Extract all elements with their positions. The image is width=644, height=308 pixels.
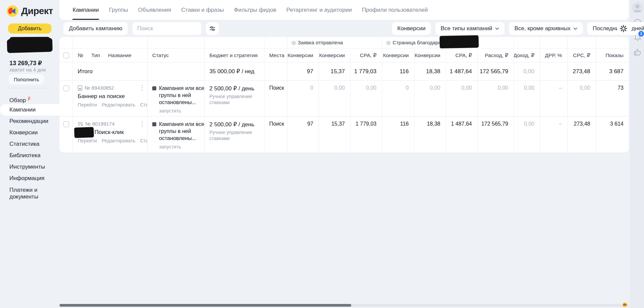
col-drr: ДРР, % bbox=[540, 48, 568, 62]
col-cpa-2: CPA, ₽ bbox=[446, 48, 478, 62]
col-cost: Расход, ₽ bbox=[478, 48, 514, 62]
tab-gruppy[interactable]: Группы bbox=[104, 0, 133, 20]
select-all-checkbox[interactable] bbox=[63, 52, 69, 58]
totals-row: Итого 35 000,00 ₽ / нед 97 15,37 1 779,0… bbox=[59, 62, 629, 81]
sidebar-item-obzor[interactable]: Обзорβ bbox=[0, 93, 67, 104]
horizontal-scrollbar-thumb[interactable] bbox=[59, 304, 351, 307]
sidebar-item-platezhi[interactable]: Платежи и документы bbox=[0, 184, 50, 202]
search-input[interactable] bbox=[132, 22, 201, 35]
places-cell: Поиск bbox=[265, 117, 287, 152]
stopped-status-icon bbox=[152, 86, 156, 90]
status-text: Кампания или все группы в ней остановлен… bbox=[159, 85, 204, 106]
tab-label: Кампании bbox=[73, 7, 99, 13]
sidebar-menu: Обзорβ Кампании Рекомендации Конверсии С… bbox=[0, 93, 67, 202]
totals-budget: 35 000,00 ₽ / нед bbox=[205, 62, 265, 80]
sidebar-item-label: Кампании bbox=[9, 106, 36, 113]
stats-link[interactable]: Статистика bbox=[140, 102, 147, 107]
tab-profili[interactable]: Профили пользователей bbox=[357, 0, 433, 20]
redaction-overlay-account-name bbox=[7, 38, 52, 53]
balance-note: хватит на 4 дня bbox=[9, 67, 46, 73]
app-logo[interactable]: Директ bbox=[7, 5, 53, 17]
cpa1-cell: 1 779,03 bbox=[351, 117, 382, 152]
edit-link[interactable]: Редактировать bbox=[102, 102, 135, 107]
campaign-row-89430852: № 89430852 Баннер на поиске Перейти Реда… bbox=[59, 81, 629, 117]
campaign-type-dropdown[interactable]: Все типы кампаний bbox=[435, 22, 505, 35]
date-range-dropdown[interactable]: Последние 90 дней bbox=[587, 22, 644, 35]
dropdown-value: Все, кроме архивных bbox=[514, 25, 570, 32]
campaign-name-link[interactable]: Баннер на поиске bbox=[78, 93, 147, 100]
tab-label: Ретаргетинг и аудитории bbox=[286, 7, 352, 13]
status-cell: Кампания или все группы в ней остановлен… bbox=[148, 81, 205, 116]
horizontal-scrollbar-track[interactable] bbox=[59, 304, 629, 307]
stats-link[interactable]: Статистика bbox=[140, 138, 147, 143]
stopped-status-icon bbox=[152, 122, 156, 126]
archive-filter-dropdown[interactable]: Все, кроме архивных bbox=[509, 22, 583, 35]
col-num: № bbox=[78, 52, 83, 58]
start-campaign-link[interactable]: запустить bbox=[159, 144, 204, 149]
go-link[interactable]: Перейти bbox=[78, 138, 97, 143]
sidebar-item-konversii[interactable]: Конверсии bbox=[0, 127, 67, 138]
notification-badge: 1 bbox=[638, 31, 644, 37]
row-menu-kebab-icon[interactable]: ⋮ bbox=[139, 120, 145, 127]
rate2-cell: 18,38 bbox=[414, 117, 446, 152]
cpa2-cell: 0,00 bbox=[446, 81, 478, 116]
sidebar-item-kampanii[interactable]: Кампании bbox=[0, 104, 64, 116]
table-settings-button[interactable] bbox=[617, 22, 630, 35]
tab-stavki-i-frazy[interactable]: Ставки и фразы bbox=[176, 0, 229, 20]
sidebar-item-statistika[interactable]: Статистика bbox=[0, 138, 67, 150]
tab-filtry-fidov[interactable]: Фильтры фидов bbox=[229, 0, 281, 20]
sidebar-item-rekomendacii[interactable]: Рекомендации bbox=[0, 116, 67, 127]
go-link[interactable]: Перейти bbox=[78, 102, 97, 107]
sidebar-item-informaciya[interactable]: Информация bbox=[0, 173, 67, 184]
cpc-cell: 0,00 bbox=[568, 81, 596, 116]
toolbar-right: Конверсии Все типы кампаний Все, кроме а… bbox=[392, 22, 644, 35]
tab-kampanii[interactable]: Кампании bbox=[68, 0, 104, 20]
conv2-cell: 116 bbox=[382, 117, 414, 152]
goal-group-label: Заявка отправлена bbox=[298, 40, 343, 45]
budget-value: 2 500,00 ₽ / день bbox=[209, 121, 264, 128]
row-menu-kebab-icon[interactable]: ⋮ bbox=[139, 84, 145, 91]
edit-link[interactable]: Редактировать bbox=[102, 138, 135, 143]
beta-badge: β bbox=[28, 96, 30, 101]
cpa1-cell: 0,00 bbox=[351, 81, 382, 116]
sidebar-item-label: Платежи и документы bbox=[9, 187, 38, 200]
text-campaign-type-icon bbox=[78, 122, 83, 126]
row-checkbox[interactable] bbox=[63, 121, 69, 127]
campaign-action-links: Перейти Редактировать Статистика bbox=[78, 138, 147, 143]
sidebar-item-instrumenty[interactable]: Инструменты bbox=[0, 161, 67, 173]
col-conversions-1: Конверсии bbox=[287, 48, 319, 62]
tab-label: Ставки и фразы bbox=[181, 7, 224, 13]
tab-label: Объявления bbox=[138, 7, 171, 13]
tab-obyavleniya[interactable]: Объявления bbox=[133, 0, 176, 20]
sidebar-item-label: Рекомендации bbox=[9, 118, 48, 124]
tab-label: Профили пользователей bbox=[362, 7, 428, 13]
top-up-button[interactable]: Пополнить bbox=[9, 74, 44, 84]
add-button[interactable]: Добавить bbox=[8, 24, 51, 34]
totals-conv1: 97 bbox=[287, 62, 319, 80]
chevron-down-icon bbox=[495, 27, 499, 30]
add-campaign-button[interactable]: Добавить кампанию bbox=[64, 22, 128, 35]
avatar[interactable] bbox=[632, 2, 643, 13]
sidebar-item-label: Конверсии bbox=[9, 129, 38, 136]
totals-cost: 172 565,79 bbox=[478, 62, 514, 80]
strategy-note: Ручное управление ставками bbox=[209, 130, 252, 141]
col-type: Тип bbox=[91, 52, 100, 58]
conversions-filter-button[interactable]: Конверсии bbox=[392, 22, 431, 35]
totals-rate2: 18,38 bbox=[414, 62, 446, 80]
right-icon-rail bbox=[630, 0, 644, 308]
sidebar-item-biblioteka[interactable]: Библиотека bbox=[0, 150, 67, 161]
conv1-cell: 0 bbox=[287, 81, 319, 116]
tab-retargeting[interactable]: Ретаргетинг и аудитории bbox=[281, 0, 357, 20]
totals-cpa1: 1 779,03 bbox=[351, 62, 382, 80]
impressions-cell: 73 bbox=[596, 81, 629, 116]
col-conv-rate-1: % Конверсии bbox=[319, 48, 351, 62]
thumbs-up-icon[interactable] bbox=[633, 48, 642, 56]
budget-cell: 2 500,00 ₽ / день Ручное управление став… bbox=[205, 81, 265, 116]
sidebar-item-label: Инструменты bbox=[9, 164, 45, 170]
totals-impressions: 3 687 bbox=[596, 62, 629, 80]
campaign-name-link[interactable]: Поиск-клик bbox=[78, 129, 147, 136]
filter-settings-button[interactable] bbox=[206, 22, 219, 35]
sidebar-divider bbox=[8, 88, 52, 88]
start-campaign-link[interactable]: запустить bbox=[159, 108, 204, 114]
row-checkbox[interactable] bbox=[63, 85, 69, 91]
